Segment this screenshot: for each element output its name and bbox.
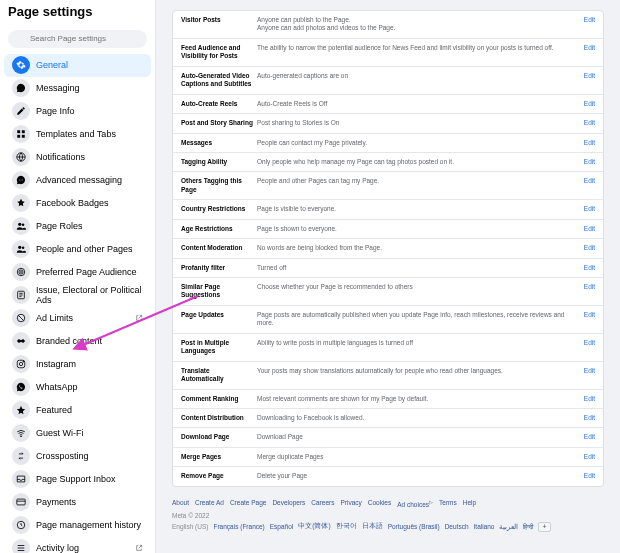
- edit-link[interactable]: Edit: [584, 244, 595, 251]
- footer-link[interactable]: Developers: [272, 499, 305, 508]
- edit-link[interactable]: Edit: [584, 339, 595, 346]
- setting-description: No words are being blocked from the Page…: [253, 244, 580, 252]
- svg-point-21: [23, 361, 24, 362]
- svg-point-22: [21, 436, 22, 437]
- footer-link[interactable]: Ad choices▷: [397, 499, 433, 508]
- footer-link[interactable]: About: [172, 499, 189, 508]
- setting-description: Page is shown to everyone.: [253, 225, 580, 233]
- sidebar-item-crossposting[interactable]: Crossposting: [4, 445, 151, 468]
- footer-link[interactable]: Privacy: [340, 499, 361, 508]
- sidebar-item-page-roles[interactable]: Page Roles: [4, 215, 151, 238]
- sidebar-item-page-support-inbox[interactable]: Page Support Inbox: [4, 468, 151, 491]
- globe-icon: [12, 148, 30, 166]
- edit-link[interactable]: Edit: [584, 177, 595, 184]
- setting-row: Remove PageDelete your PageEdit: [173, 467, 603, 485]
- edit-link[interactable]: Edit: [584, 158, 595, 165]
- edit-link[interactable]: Edit: [584, 225, 595, 232]
- setting-description: People can contact my Page privately.: [253, 139, 580, 147]
- edit-link[interactable]: Edit: [584, 16, 595, 23]
- setting-row: Similar Page SuggestionsChoose whether y…: [173, 278, 603, 306]
- sidebar-item-label: Page Info: [36, 106, 75, 116]
- sidebar-item-branded-content[interactable]: Branded content: [4, 330, 151, 353]
- edit-link[interactable]: Edit: [584, 414, 595, 421]
- edit-link[interactable]: Edit: [584, 205, 595, 212]
- sidebar-item-people-and-other-pages[interactable]: People and other Pages: [4, 238, 151, 261]
- footer-lang: English (US): [172, 523, 208, 530]
- edit-link[interactable]: Edit: [584, 311, 595, 318]
- setting-label: Visitor Posts: [181, 16, 253, 24]
- setting-description: People and other Pages can tag my Page.: [253, 177, 580, 185]
- sidebar-item-page-info[interactable]: Page Info: [4, 100, 151, 123]
- search-input[interactable]: [8, 30, 147, 48]
- edit-link[interactable]: Edit: [584, 433, 595, 440]
- edit-link[interactable]: Edit: [584, 139, 595, 146]
- edit-link[interactable]: Edit: [584, 367, 595, 374]
- footer-lang[interactable]: Italiano: [474, 523, 495, 530]
- sidebar-item-whatsapp[interactable]: WhatsApp: [4, 376, 151, 399]
- footer-lang[interactable]: Français (France): [213, 523, 264, 530]
- footer-lang[interactable]: العربية: [499, 523, 518, 531]
- footer-link[interactable]: Help: [463, 499, 476, 508]
- sidebar-item-general[interactable]: General: [4, 54, 151, 77]
- footer-link[interactable]: Careers: [311, 499, 334, 508]
- handshake-icon: [12, 332, 30, 350]
- edit-link[interactable]: Edit: [584, 100, 595, 107]
- sidebar-item-advanced-messaging[interactable]: Advanced messaging: [4, 169, 151, 192]
- footer-lang[interactable]: Deutsch: [445, 523, 469, 530]
- setting-label: Content Moderation: [181, 244, 253, 252]
- setting-description: Your posts may show translations automat…: [253, 367, 580, 375]
- badge-icon: [12, 194, 30, 212]
- sidebar-item-issue-electoral-or-political-ads[interactable]: Issue, Electoral or Political Ads: [4, 284, 151, 307]
- sidebar-item-label: Payments: [36, 497, 76, 507]
- sidebar-item-instagram[interactable]: Instagram: [4, 353, 151, 376]
- setting-description: Delete your Page: [253, 472, 580, 480]
- footer-lang[interactable]: 한국어: [336, 522, 357, 531]
- svg-rect-5: [22, 135, 25, 138]
- sidebar-item-featured[interactable]: Featured: [4, 399, 151, 422]
- footer-lang[interactable]: 中文(简体): [298, 522, 330, 531]
- sidebar-item-label: People and other Pages: [36, 244, 133, 254]
- sidebar-item-label: Crossposting: [36, 451, 89, 461]
- edit-link[interactable]: Edit: [584, 72, 595, 79]
- svg-point-13: [22, 247, 24, 250]
- svg-rect-4: [17, 135, 20, 138]
- footer-lang[interactable]: Português (Brasil): [388, 523, 440, 530]
- page-title: Page settings: [0, 0, 155, 23]
- edit-link[interactable]: Edit: [584, 453, 595, 460]
- edit-link[interactable]: Edit: [584, 472, 595, 479]
- edit-link[interactable]: Edit: [584, 264, 595, 271]
- footer-link[interactable]: Create Ad: [195, 499, 224, 508]
- footer-lang[interactable]: Español: [270, 523, 294, 530]
- edit-link[interactable]: Edit: [584, 44, 595, 51]
- sidebar-item-activity-log[interactable]: Activity log: [4, 537, 151, 554]
- sidebar-item-notifications[interactable]: Notifications: [4, 146, 151, 169]
- setting-description: Download Page: [253, 433, 580, 441]
- setting-label: Post in Multiple Languages: [181, 339, 253, 356]
- sidebar-item-facebook-badges[interactable]: Facebook Badges: [4, 192, 151, 215]
- edit-link[interactable]: Edit: [584, 283, 595, 290]
- sidebar-item-label: Templates and Tabs: [36, 129, 116, 139]
- sidebar-item-templates-and-tabs[interactable]: Templates and Tabs: [4, 123, 151, 146]
- edit-link[interactable]: Edit: [584, 119, 595, 126]
- footer-link[interactable]: Create Page: [230, 499, 267, 508]
- sidebar-item-messaging[interactable]: Messaging: [4, 77, 151, 100]
- add-language-button[interactable]: +: [538, 522, 550, 532]
- sidebar-item-ad-limits[interactable]: Ad Limits: [4, 307, 151, 330]
- edit-link[interactable]: Edit: [584, 395, 595, 402]
- sidebar-item-guest-wi-fi[interactable]: Guest Wi-Fi: [4, 422, 151, 445]
- setting-label: Feed Audience and Visibility for Posts: [181, 44, 253, 61]
- footer-link[interactable]: Terms: [439, 499, 457, 508]
- setting-label: Page Updates: [181, 311, 253, 319]
- setting-row: Auto-Create ReelsAuto-Create Reels is Of…: [173, 95, 603, 114]
- footer-lang[interactable]: हिन्दी: [523, 523, 533, 531]
- footer-lang[interactable]: 日本語: [362, 522, 383, 531]
- target-icon: [12, 263, 30, 281]
- footer-link[interactable]: Cookies: [368, 499, 391, 508]
- sidebar-item-payments[interactable]: Payments: [4, 491, 151, 514]
- sidebar-item-page-management-history[interactable]: Page management history: [4, 514, 151, 537]
- setting-label: Country Restrictions: [181, 205, 253, 213]
- sidebar-item-preferred-page-audience[interactable]: Preferred Page Audience: [4, 261, 151, 284]
- setting-row: Translate AutomaticallyYour posts may sh…: [173, 362, 603, 390]
- setting-label: Auto-Create Reels: [181, 100, 253, 108]
- sidebar-item-label: WhatsApp: [36, 382, 78, 392]
